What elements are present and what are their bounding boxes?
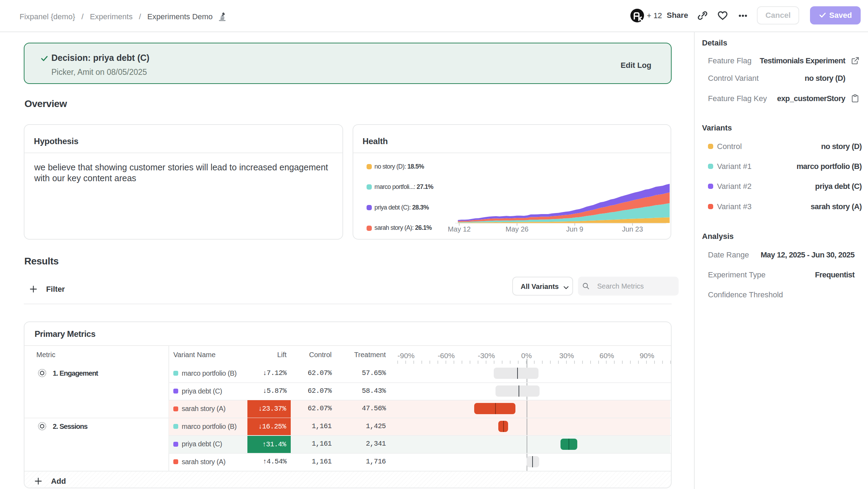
svg-text:Jun 9: Jun 9 [566,225,583,233]
svg-text:May 12: May 12 [448,225,471,233]
svg-text:Jun 23: Jun 23 [622,225,643,233]
svg-text:May 26: May 26 [505,225,528,233]
